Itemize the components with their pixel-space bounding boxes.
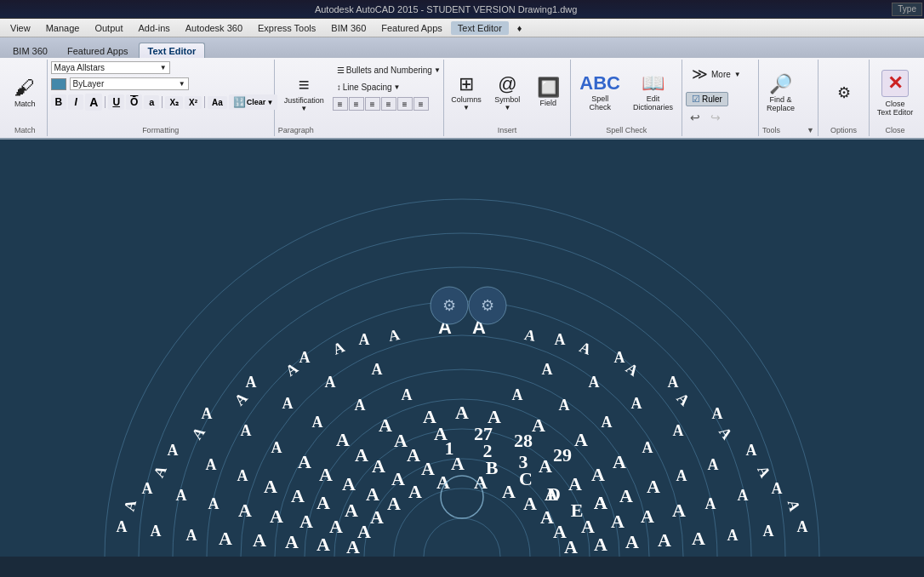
line-spacing-button[interactable]: ↕ Line Spacing ▼ [333, 80, 445, 94]
menu-manage[interactable]: Manage [39, 21, 87, 35]
svg-text:A: A [312, 414, 323, 431]
menu-featuredapps[interactable]: Featured Apps [374, 21, 449, 35]
menu-autodesk360[interactable]: Autodesk 360 [179, 21, 249, 35]
svg-text:⚙: ⚙ [442, 297, 456, 314]
svg-text:A: A [611, 511, 625, 532]
svg-text:A: A [117, 518, 128, 535]
svg-text:A: A [402, 386, 413, 403]
menu-bim360[interactable]: BIM 360 [324, 21, 373, 35]
align-center-button[interactable]: ≡ [349, 97, 364, 111]
font-dropdown-arrow: ▼ [160, 64, 167, 71]
columns-arrow: ▼ [463, 104, 470, 111]
svg-text:A: A [317, 534, 330, 555]
overline-button[interactable]: Ō [126, 94, 142, 110]
svg-text:A: A [206, 456, 217, 473]
font-selector[interactable]: Maya Allstars ▼ [51, 61, 170, 74]
svg-text:A: A [357, 521, 371, 542]
menu-texteditor[interactable]: Text Editor [451, 21, 509, 35]
bullets-icon: ☰ [337, 66, 345, 75]
group-close: ✕ Close Text Editor Close [870, 60, 921, 136]
align-extra-button[interactable]: ≡ [414, 97, 429, 111]
justification-button[interactable]: ≡ Justification ▼ [278, 63, 330, 124]
menu-bar: View Manage Output Add-ins Autodesk 360 … [0, 19, 924, 37]
svg-text:A: A [366, 483, 379, 505]
svg-text:A: A [355, 444, 368, 466]
svg-text:A: A [594, 492, 607, 513]
subscript-button[interactable]: X₂ [165, 96, 183, 109]
svg-rect-0 [0, 140, 924, 557]
tab-texteditor[interactable]: Text Editor [139, 43, 206, 60]
svg-text:A: A [285, 531, 299, 552]
tools-expand[interactable]: ▼ [807, 126, 814, 134]
columns-button[interactable]: ⊞ Columns ▼ [448, 62, 486, 123]
svg-text:A: A [168, 442, 179, 459]
svg-text:A: A [763, 523, 774, 540]
align-buttons-row: ≡ ≡ ≡ ≡ ≡ ≡ [333, 97, 445, 111]
svg-text:A: A [298, 451, 311, 472]
clear-button[interactable]: 🔢 Clear ▼ [229, 94, 277, 110]
biu-row: B I A U Ō a [51, 94, 278, 111]
group-tools: 🔎 Find & Replace Tools ▼ [759, 60, 818, 136]
svg-text:A: A [391, 468, 405, 489]
menu-view[interactable]: View [3, 21, 37, 35]
align-distribute-button[interactable]: ≡ [397, 97, 413, 111]
tab-bim360[interactable]: BIM 360 [3, 43, 57, 58]
redo-icon: ↪ [710, 111, 721, 124]
svg-text:A: A [238, 500, 252, 521]
svg-text:A: A [246, 374, 257, 391]
symbol-button[interactable]: @ Symbol ▼ [488, 62, 526, 123]
svg-text:A: A [641, 506, 654, 527]
color-swatch[interactable] [51, 78, 66, 90]
align-right-button[interactable]: ≡ [365, 97, 380, 111]
edit-dict-button[interactable]: 📖 Edit Dictionaries [628, 62, 678, 123]
smaller-button[interactable]: a [144, 95, 159, 109]
align-justify-button[interactable]: ≡ [381, 97, 396, 111]
find-replace-button[interactable]: 🔎 Find & Replace [762, 62, 799, 123]
match2-button[interactable]: Aa [208, 96, 227, 109]
justification-icon: ≡ [299, 76, 310, 94]
menu-expresstools[interactable]: Express Tools [251, 21, 322, 35]
svg-text:A: A [186, 527, 197, 544]
svg-text:28: 28 [514, 430, 533, 451]
bold-button[interactable]: B [51, 94, 67, 110]
undo-button[interactable]: ↩ [686, 108, 704, 127]
svg-text:A: A [451, 453, 465, 474]
italic-button[interactable]: I [68, 94, 83, 110]
svg-text:A: A [202, 405, 213, 422]
svg-text:A: A [658, 529, 671, 551]
svg-text:A: A [727, 527, 739, 544]
more-icon: ≫ [692, 65, 708, 83]
svg-text:A: A [355, 397, 366, 414]
options-expand-button[interactable]: ⚙ [831, 62, 857, 123]
svg-text:A: A [692, 528, 705, 549]
svg-text:A: A [772, 480, 783, 497]
redo-button[interactable]: ↪ [706, 108, 725, 127]
svg-text:A: A [614, 349, 625, 366]
align-left-button[interactable]: ≡ [333, 97, 348, 111]
layer-selector[interactable]: ByLayer ▼ [70, 77, 189, 90]
svg-text:29: 29 [553, 444, 572, 466]
svg-text:A: A [387, 493, 401, 514]
more-button[interactable]: ≫ More ▼ [686, 61, 747, 87]
bullets-numbering-button[interactable]: ☰ Bullets and Numbering ▼ [333, 63, 445, 77]
underline-button[interactable]: U [108, 94, 124, 110]
menu-addins[interactable]: Add-ins [131, 21, 176, 35]
field-button[interactable]: 🔲 Field [529, 62, 567, 123]
svg-text:A: A [705, 495, 716, 512]
match-icon: 🖌 [14, 77, 35, 98]
match-button[interactable]: 🖌 Match [6, 62, 43, 123]
superscript-button[interactable]: X² [185, 96, 202, 109]
svg-text:A: A [253, 529, 266, 551]
menu-diamond[interactable]: ♦ [510, 21, 529, 35]
font-row: Maya Allstars ▼ [51, 61, 170, 74]
menu-output[interactable]: Output [88, 21, 129, 35]
svg-text:A: A [342, 473, 356, 494]
uppercase-button[interactable]: A [85, 94, 102, 111]
svg-text:A: A [325, 374, 336, 391]
ruler-button[interactable]: ☑ Ruler [686, 92, 728, 106]
close-x-button[interactable]: ✕ [881, 70, 909, 97]
tab-featuredapps[interactable]: Featured Apps [58, 43, 138, 58]
svg-text:A: A [336, 429, 350, 450]
spellcheck-button[interactable]: ABC Spell Check [574, 62, 625, 123]
type-search-box[interactable]: Type [892, 3, 922, 16]
